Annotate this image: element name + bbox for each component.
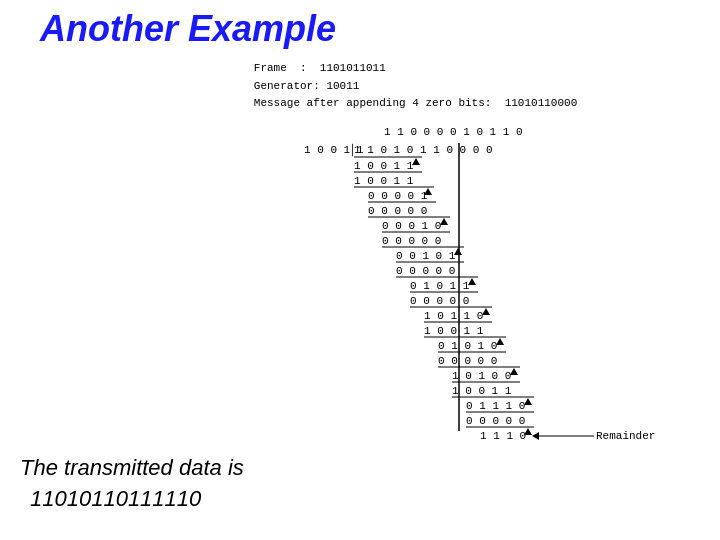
svg-text:1 0 0 1 1: 1 0 0 1 1: [452, 385, 512, 397]
svg-text:0 0 0 0 0: 0 0 0 0 0: [396, 265, 455, 277]
svg-text:0 1 1 1 0: 0 1 1 1 0: [466, 400, 525, 412]
svg-text:1 1 0 1 0 1 1 0 0 0 0: 1 1 0 1 0 1 1 0 0 0 0: [354, 144, 493, 156]
svg-text:1 0 0 1 1: 1 0 0 1 1: [354, 160, 414, 172]
svg-text:0 1 0 1 1: 0 1 0 1 1: [410, 280, 470, 292]
svg-text:1 0 0 1 1: 1 0 0 1 1: [354, 175, 414, 187]
svg-text:0 0 0 0 0: 0 0 0 0 0: [368, 205, 427, 217]
svg-text:1 0 1 1 0: 1 0 1 1 0: [424, 310, 483, 322]
svg-text:Remainder: Remainder: [596, 430, 655, 442]
svg-text:0 0 0 0 0: 0 0 0 0 0: [382, 235, 441, 247]
svg-text:0 1 0 1 0: 0 1 0 1 0: [438, 340, 497, 352]
crc-diagram: 1 1 0 0 0 0 1 0 1 1 0 1 0 0 1 1 │ 1 1 0 …: [254, 121, 694, 540]
transmitted-text: The transmitted data is 11010110111110: [20, 453, 244, 515]
svg-text:0 0 0 0 1: 0 0 0 0 1: [368, 190, 428, 202]
frame-info: Frame : 1101011011 Generator: 10011 Mess…: [254, 60, 700, 113]
svg-text:1 0 1 0 0: 1 0 1 0 0: [452, 370, 511, 382]
svg-text:0 0 1 0 1: 0 0 1 0 1: [396, 250, 456, 262]
svg-text:1 0 0 1 1: 1 0 0 1 1: [424, 325, 484, 337]
svg-text:0 0 0 0 0: 0 0 0 0 0: [466, 415, 525, 427]
diagram-area: Frame : 1101011011 Generator: 10011 Mess…: [254, 60, 700, 540]
svg-text:1 1 1 0: 1 1 1 0: [480, 430, 526, 442]
svg-text:1 1 0 0 0 0 1 0 1 1 0: 1 1 0 0 0 0 1 0 1 1 0: [384, 126, 523, 138]
page-title: Another Example: [0, 0, 720, 50]
svg-marker-53: [532, 432, 539, 440]
svg-text:0 0 0 0 0: 0 0 0 0 0: [438, 355, 497, 367]
svg-text:0 0 0 0 0: 0 0 0 0 0: [410, 295, 469, 307]
svg-text:0 0 0 1 0: 0 0 0 1 0: [382, 220, 441, 232]
